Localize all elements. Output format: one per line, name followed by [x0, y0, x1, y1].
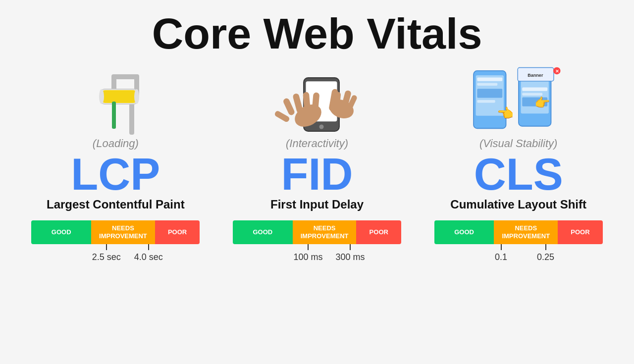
- cls-marker-2: 0.25: [537, 244, 554, 262]
- cls-scale-bar: GOOD NEEDSIMPROVEMENT POOR: [434, 220, 603, 244]
- fid-needs: NEEDSIMPROVEMENT: [293, 220, 357, 244]
- cls-needs: NEEDSIMPROVEMENT: [494, 220, 558, 244]
- fid-category: (Interactivity): [286, 137, 348, 150]
- svg-point-11: [319, 124, 324, 129]
- cls-icon: Banner ✕ 👈 👉: [469, 63, 568, 137]
- cls-marker-1: 0.1: [495, 244, 507, 262]
- page-title: Core Web Vitals: [152, 10, 482, 58]
- fid-card: (Interactivity) FID First Input Delay GO…: [221, 63, 413, 264]
- cls-scale: GOOD NEEDSIMPROVEMENT POOR 0.1 0.25: [434, 220, 603, 264]
- lcp-marker-2: 4.0 sec: [134, 244, 163, 262]
- svg-text:👉: 👉: [534, 95, 550, 110]
- fid-name: First Input Delay: [270, 198, 364, 211]
- cls-name: Cumulative Layout Shift: [450, 198, 586, 211]
- lcp-scale-bar: GOOD NEEDSIMPROVEMENT POOR: [31, 220, 200, 244]
- lcp-needs: NEEDSIMPROVEMENT: [91, 220, 155, 244]
- cls-poor: POOR: [558, 220, 603, 244]
- fid-marker-2: 300 ms: [335, 244, 365, 262]
- lcp-scale: GOOD NEEDSIMPROVEMENT POOR 2.5 sec 4.0 s…: [31, 220, 200, 264]
- fid-scale: GOOD NEEDSIMPROVEMENT POOR 100 ms 300 ms: [233, 220, 401, 264]
- lcp-acronym: LCP: [71, 152, 160, 197]
- lcp-category: (Loading): [93, 137, 139, 150]
- svg-point-8: [134, 89, 139, 104]
- lcp-icon: [76, 63, 155, 137]
- svg-rect-17: [274, 110, 290, 123]
- lcp-poor: POOR: [155, 220, 200, 244]
- fid-scale-bar: GOOD NEEDSIMPROVEMENT POOR: [233, 220, 401, 244]
- fid-icon: [272, 63, 362, 137]
- svg-rect-0: [129, 103, 134, 135]
- fid-acronym: FID: [281, 152, 353, 197]
- svg-rect-6: [112, 102, 116, 129]
- fid-good: GOOD: [233, 220, 293, 244]
- cls-acronym: CLS: [474, 152, 563, 197]
- svg-point-7: [99, 89, 104, 104]
- lcp-marker-1: 2.5 sec: [92, 244, 121, 262]
- svg-rect-27: [477, 89, 502, 98]
- vitals-grid: (Loading) LCP Largest Contentful Paint G…: [20, 63, 614, 349]
- lcp-good: GOOD: [31, 220, 91, 244]
- cls-good: GOOD: [434, 220, 494, 244]
- fid-poor: POOR: [356, 220, 401, 244]
- lcp-name: Largest Contentful Paint: [47, 198, 185, 211]
- cls-category: (Visual Stability): [479, 137, 557, 150]
- cls-card: Banner ✕ 👈 👉 (Visual Stability) CLS Cumu…: [423, 63, 614, 264]
- svg-rect-28: [477, 100, 495, 103]
- svg-rect-5: [102, 90, 137, 103]
- svg-rect-35: [522, 87, 547, 91]
- svg-rect-25: [477, 77, 502, 81]
- svg-rect-26: [477, 83, 497, 85]
- svg-text:✕: ✕: [555, 68, 559, 73]
- svg-text:👈: 👈: [497, 105, 514, 121]
- lcp-card: (Loading) LCP Largest Contentful Paint G…: [20, 63, 211, 264]
- svg-rect-13: [282, 97, 296, 116]
- svg-text:Banner: Banner: [528, 73, 543, 78]
- fid-marker-1: 100 ms: [293, 244, 322, 262]
